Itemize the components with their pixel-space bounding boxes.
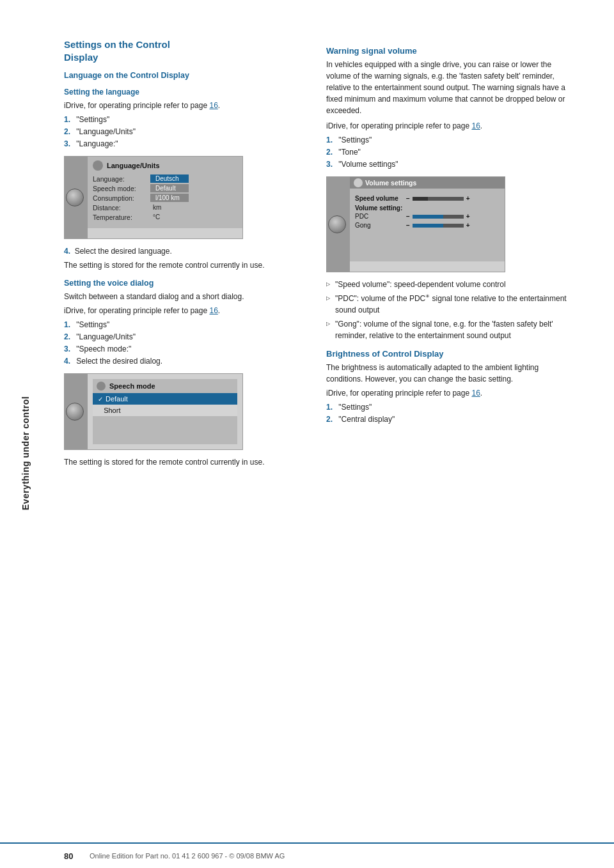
language-section: Language on the Control Display Setting … <box>64 71 307 468</box>
brightness-steps: 1. "Settings" 2. "Central display" <box>326 401 569 425</box>
list-item: 3. "Volume settings" <box>326 159 569 170</box>
page-ref-link-3[interactable]: 16 <box>471 121 480 130</box>
bullet-item: "Speed volume": speed-dependent volume c… <box>326 279 569 290</box>
warning-signal-title: Warning signal volume <box>326 46 569 56</box>
screenshot-title: Language/Units <box>107 162 160 169</box>
speech-screenshot: Speech mode ✓ Default Short <box>64 373 243 450</box>
list-item: 2. "Language/Units" <box>64 126 307 137</box>
idrive-knob-3 <box>328 215 346 233</box>
warning-signal-section: Warning signal volume In vehicles equipp… <box>326 46 569 341</box>
knob-area <box>65 157 88 238</box>
screenshot-row: Consumption: l/100 km <box>93 194 237 202</box>
list-item: 2. "Language/Units" <box>64 331 307 343</box>
brightness-title: Brightness of Control Display <box>326 349 569 359</box>
page-ref-link-4[interactable]: 16 <box>471 389 480 398</box>
list-item: 1. "Settings" <box>326 401 569 413</box>
setting-language-title: Setting the language <box>64 88 307 97</box>
speech-row-short: Short <box>93 405 237 416</box>
screenshot-icon <box>93 160 103 171</box>
vol-gong-row: Gong − + <box>355 222 500 229</box>
list-item: 3. "Language:" <box>64 138 307 150</box>
step4-text: 4. Select the desired language. <box>64 245 307 257</box>
list-item: 4. Select the desired dialog. <box>64 355 307 367</box>
list-item: 1. "Settings" <box>326 134 569 146</box>
screenshot-row: Distance: km <box>93 203 237 212</box>
speech-title: Speech mode <box>109 382 155 390</box>
setting-voice-title: Setting the voice dialog <box>64 279 307 288</box>
warning-idrive-text: iDrive, for operating principle refer to… <box>326 120 569 132</box>
page-ref-link-2[interactable]: 16 <box>209 306 217 315</box>
vol-speed-row: Speed volume − + <box>355 195 500 202</box>
screenshot-row: Temperature: °C <box>93 213 237 221</box>
speech-row-default: ✓ Default <box>93 393 237 405</box>
volume-screenshot: Volume settings Speed volume − <box>326 176 505 272</box>
section-title: Settings on the Control Display <box>64 38 307 63</box>
gong-bar <box>413 224 464 228</box>
voice-intro-text: Switch between a standard dialog and a s… <box>64 291 307 302</box>
screenshot-row: Speech mode: Default <box>93 184 237 192</box>
idrive-knob <box>66 189 84 206</box>
setting-voice: Setting the voice dialog Switch between … <box>64 279 307 468</box>
language-note: The setting is stored for the remote con… <box>64 260 307 271</box>
pdc-bar <box>413 215 464 219</box>
right-column: Warning signal volume In vehicles equipp… <box>326 38 569 842</box>
screenshot-header: Language/Units <box>93 160 237 171</box>
language-subsection-title: Language on the Control Display <box>64 71 307 80</box>
brightness-body: The brightness is automatically adapted … <box>326 362 569 385</box>
knob-area-2 <box>65 374 88 449</box>
vol-pdc-row: PDC − + <box>355 213 500 220</box>
brightness-section: Brightness of Control Display The bright… <box>326 349 569 425</box>
idrive-knob-2 <box>66 403 84 421</box>
list-item: 1. "Settings" <box>64 114 307 125</box>
vol-title: Volume settings <box>365 179 416 187</box>
voice-note: The setting is stored for the remote con… <box>64 456 307 468</box>
list-item: 3. "Speech mode:" <box>64 343 307 355</box>
warning-steps: 1. "Settings" 2. "Tone" 3. "Volume setti… <box>326 134 569 170</box>
setting-language: Setting the language iDrive, for operati… <box>64 88 307 271</box>
page-number: 80 <box>64 851 83 861</box>
screenshot-row: Language: Deutsch <box>93 174 237 183</box>
page-ref-link-1[interactable]: 16 <box>209 101 217 110</box>
bullet-item: "Gong": volume of the signal tone, e.g. … <box>326 318 569 341</box>
speech-header: Speech mode <box>93 379 237 393</box>
sidebar: Everything under control <box>0 0 51 868</box>
main-content: Settings on the Control Display Language… <box>51 0 614 868</box>
speech-icon <box>97 382 106 391</box>
footer: 80 Online Edition for Part no. 01 41 2 6… <box>0 842 614 868</box>
vol-icon <box>354 178 363 187</box>
speed-volume-bar <box>413 197 464 201</box>
left-column: Settings on the Control Display Language… <box>64 38 307 842</box>
page-container: Everything under control Settings on the… <box>0 0 614 868</box>
warning-signal-body: In vehicles equipped with a single drive… <box>326 59 569 116</box>
list-item: 2. "Central display" <box>326 414 569 425</box>
voice-steps: 1. "Settings" 2. "Language/Units" 3. "Sp… <box>64 319 307 367</box>
voice-idrive-text: iDrive, for operating principle refer to… <box>64 305 307 316</box>
setting-language-intro: iDrive, for operating principle refer to… <box>64 100 307 111</box>
sidebar-label: Everything under control <box>20 396 31 510</box>
vol-header: Volume settings <box>350 177 505 189</box>
bullet-item: "PDC": volume of the PDC✳ signal tone re… <box>326 293 569 316</box>
language-screenshot: Language/Units Language: Deutsch Speech … <box>64 156 243 239</box>
brightness-idrive-text: iDrive, for operating principle refer to… <box>326 387 569 399</box>
setting-language-steps: 1. "Settings" 2. "Language/Units" 3. "La… <box>64 114 307 150</box>
footer-text: Online Edition for Part no. 01 41 2 600 … <box>90 852 285 860</box>
warning-bullets: "Speed volume": speed-dependent volume c… <box>326 279 569 341</box>
list-item: 1. "Settings" <box>64 319 307 330</box>
knob-area-3 <box>327 177 350 272</box>
list-item: 2. "Tone" <box>326 146 569 158</box>
vol-setting-label: Volume setting: <box>355 205 500 212</box>
